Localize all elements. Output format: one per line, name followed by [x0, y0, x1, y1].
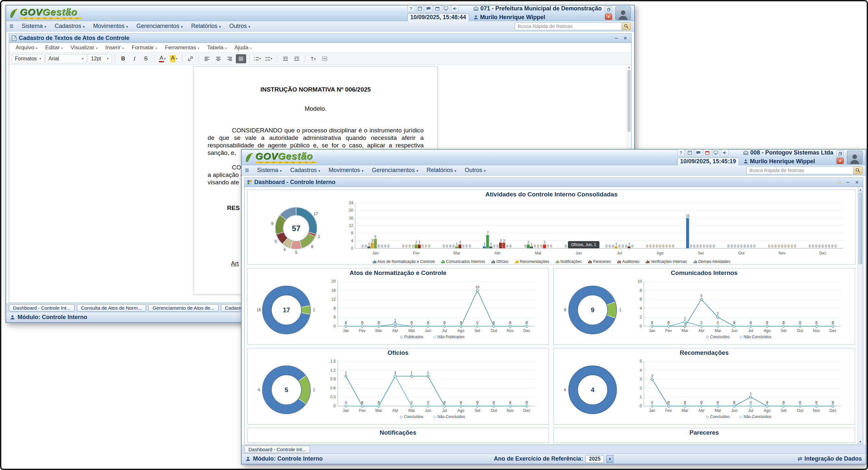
window-icon[interactable]	[686, 149, 693, 156]
atos-line-chart[interactable]: 048121620JanFevMarAbrMaiJunJulAgoSetOutN…	[326, 277, 539, 335]
legend-item[interactable]: ◇ Concluídos	[400, 414, 423, 419]
legend-item[interactable]: ◇ Não Concluídos	[433, 414, 465, 419]
minimize-panel-button[interactable]: –	[613, 35, 620, 41]
close-panel-button[interactable]: ×	[854, 179, 860, 186]
horizontal-rule-icon[interactable]	[319, 54, 330, 63]
consolidated-bar-chart[interactable]: 04812162024Jan001350000Fev000022000Mar00…	[345, 198, 846, 257]
monitor-icon[interactable]	[442, 5, 450, 12]
align-left-icon[interactable]	[202, 54, 212, 63]
open-screen-tab[interactable]: Consulta de Atos de Norm...	[77, 304, 146, 312]
format-select[interactable]: Formatos▾	[12, 54, 44, 63]
legend-item[interactable]: ◇ Concluídos	[706, 414, 730, 419]
align-right-icon[interactable]	[224, 54, 235, 63]
close-button[interactable]: ×	[605, 13, 612, 20]
editor-menu-ajuda[interactable]: Ajuda ▾	[230, 44, 255, 52]
atos-donut-chart[interactable]: 16117	[247, 277, 326, 344]
restore-button[interactable]	[837, 151, 844, 157]
scroll-up-icon[interactable]: ▲	[858, 187, 863, 192]
editor-menu-visualizar[interactable]: Visualizar ▾	[67, 44, 101, 52]
editor-menu-inserir[interactable]: Inserir ▾	[101, 44, 128, 52]
font-select[interactable]: Arial▾	[45, 54, 87, 63]
minimize-panel-button[interactable]: –	[845, 179, 851, 186]
titlebar[interactable]: GOVGestão ? 008 - Pontogov Sistemas Ltda	[242, 150, 866, 165]
editor-menu-arquivo[interactable]: Arquivo ▾	[12, 44, 41, 52]
legend-item[interactable]: ◇ Publicados	[400, 335, 423, 339]
legend-item[interactable]: Demais Atividades	[693, 259, 731, 264]
legend-item[interactable]: ◇ Não Concluídos	[739, 335, 771, 339]
editor-menu-editar[interactable]: Editar ▾	[41, 44, 66, 52]
menu-movimentos[interactable]: Movimentos ▾	[89, 22, 132, 30]
comunicados-line-chart[interactable]: 0246810JanFevMarAbrMaiJunJulAgoSetOutNov…	[631, 277, 846, 335]
menu-cadastros[interactable]: Cadastros ▾	[286, 166, 324, 174]
search-input[interactable]	[746, 167, 854, 174]
consolidated-donut-chart[interactable]: 1718545957	[247, 198, 345, 257]
open-screen-tab[interactable]: Dashboard - Controle Int...	[244, 446, 310, 453]
clear-format-icon[interactable]: Tx	[308, 54, 318, 63]
menu-cadastros[interactable]: Cadastros ▾	[50, 22, 89, 30]
legend-item[interactable]: Notificações	[556, 259, 582, 264]
menu-outros[interactable]: Outros ▾	[461, 166, 490, 174]
dashboard-scrollbar[interactable]: ▲ ▼	[858, 187, 863, 444]
search-button[interactable]	[622, 22, 631, 30]
chat-icon[interactable]	[695, 149, 702, 156]
menu-sistema[interactable]: Sistema ▾	[18, 22, 51, 30]
editor-menu-formatar[interactable]: Formatar ▾	[128, 44, 161, 52]
editor-menu-tabela[interactable]: Tabela ▾	[204, 44, 230, 52]
legend-item[interactable]: Verificações Internas	[646, 259, 687, 264]
menu-sistema[interactable]: Sistema ▾	[253, 166, 286, 174]
align-center-icon[interactable]	[213, 54, 223, 63]
editor-menu-ferramentas[interactable]: Ferramentas ▾	[161, 44, 203, 52]
legend-item[interactable]: ◇ Concluídos	[706, 335, 730, 339]
bullet-list-icon[interactable]: ▾	[264, 54, 274, 63]
panel-header[interactable]: Cadastro de Textos de Atos de Controle –…	[9, 34, 631, 43]
align-justify-icon[interactable]	[236, 54, 246, 63]
titlebar[interactable]: GOVGestão ? 071 - Prefeitura Municipal d…	[6, 5, 634, 21]
avatar[interactable]	[847, 151, 863, 164]
hamburger-icon[interactable]: ≡	[9, 22, 13, 30]
close-button[interactable]: ×	[837, 158, 844, 164]
restore-button[interactable]	[605, 6, 612, 13]
legend-item[interactable]: ◇ Não Publicados	[433, 335, 464, 339]
menu-gerenciamentos[interactable]: Gerenciamentos ▾	[132, 22, 187, 30]
help-icon[interactable]: ?	[407, 5, 415, 12]
fontsize-select[interactable]: 12pt▾	[88, 54, 112, 63]
legend-item[interactable]: Recomendações	[515, 259, 549, 264]
comunicados-donut-chart[interactable]: 819	[554, 277, 631, 344]
bold-button[interactable]: B	[118, 54, 128, 63]
close-panel-button[interactable]: ×	[622, 35, 629, 41]
scroll-thumb[interactable]	[628, 70, 630, 132]
help-icon[interactable]: ?	[677, 149, 685, 156]
outdent-icon[interactable]	[280, 54, 291, 63]
calendar-alert-icon[interactable]	[704, 149, 711, 156]
indent-icon[interactable]	[291, 54, 302, 63]
open-screen-tab[interactable]: Dashboard - Controle Int...	[9, 304, 74, 312]
avatar[interactable]	[615, 6, 631, 20]
legend-item[interactable]: Pareceres	[588, 259, 611, 264]
menu-relatórios[interactable]: Relatórios ▾	[422, 166, 461, 174]
panel-header[interactable]: Dashboard - Controle Interno ☆ – ×	[245, 178, 863, 187]
strikethrough-button[interactable]: S	[141, 54, 151, 63]
chat-icon[interactable]	[425, 5, 432, 12]
legend-item[interactable]: ◇ Não Concluídos	[739, 414, 771, 419]
text-color-button[interactable]: A▾	[157, 54, 168, 63]
calendar-icon[interactable]	[434, 5, 441, 12]
menu-movimentos[interactable]: Movimentos ▾	[324, 166, 368, 174]
legend-item[interactable]: Comunicados Internos	[441, 259, 485, 264]
search-button[interactable]	[854, 167, 863, 174]
legend-item[interactable]: Auditorias	[617, 259, 639, 264]
monitor-icon[interactable]	[712, 149, 720, 156]
menu-outros[interactable]: Outros ▾	[225, 22, 255, 30]
recomendacoes-line-chart[interactable]: 012345JanFevMarAbrMaiJunJulAgoSetOutNovD…	[631, 357, 846, 414]
search-input[interactable]	[515, 22, 622, 30]
highlight-color-button[interactable]: A▾	[169, 54, 179, 63]
window-icon[interactable]	[416, 5, 424, 12]
oficios-donut-chart[interactable]: 415	[247, 357, 326, 424]
scroll-down-icon[interactable]: ▼	[858, 439, 863, 444]
year-select[interactable]: 2025	[586, 455, 604, 463]
scroll-up-icon[interactable]: ▲	[627, 65, 631, 69]
link-icon[interactable]	[185, 54, 195, 63]
legend-item[interactable]: Atos de Normatização e Controle	[373, 259, 435, 264]
hamburger-icon[interactable]: ≡	[245, 166, 249, 175]
scroll-thumb[interactable]	[859, 193, 862, 264]
audio-icon[interactable]	[721, 149, 728, 156]
